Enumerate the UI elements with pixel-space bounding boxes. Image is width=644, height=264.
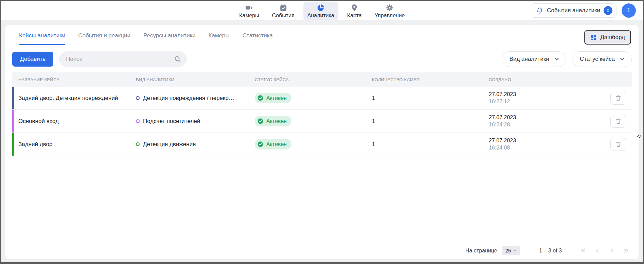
analytics-events-button[interactable]: События аналитики 0 — [531, 3, 616, 18]
camera-icon — [245, 4, 253, 12]
mouse-cursor — [636, 133, 642, 139]
table-row[interactable]: Основной вход Подсчет посетителей Активе… — [12, 110, 632, 133]
status-badge: Активен — [255, 116, 291, 126]
created-cell: 27.07.2023 16:24:08 — [489, 137, 598, 152]
row-actions — [610, 115, 632, 128]
case-status-filter-label: Статус кейса — [580, 56, 615, 63]
user-avatar[interactable]: 1 — [622, 3, 636, 18]
dashboard-grid-icon — [590, 34, 597, 41]
status-cell: Активен — [255, 139, 372, 149]
camera-count: 1 — [372, 95, 489, 102]
table-row[interactable]: Задний двор. Детекция повреждений Детекц… — [12, 87, 632, 110]
prev-page-button[interactable] — [594, 247, 601, 254]
pager-controls — [579, 247, 630, 254]
case-name: Задний двор — [12, 141, 136, 148]
check-circle-icon — [257, 141, 264, 147]
nav-item-cameras[interactable]: Камеры — [235, 2, 263, 20]
search-icon[interactable] — [174, 55, 181, 63]
status-label: Активен — [266, 141, 287, 147]
analytics-type-cell: Детекция движения — [136, 141, 255, 148]
tab-statistics[interactable]: Статистика — [243, 32, 273, 45]
pagination: На странице 25 1 – 3 of 3 — [465, 246, 630, 255]
case-name: Основной вход — [12, 118, 136, 125]
analytics-type-dot-icon — [136, 119, 140, 123]
dashboard-button[interactable]: Дашборд — [584, 30, 631, 45]
case-status-filter[interactable]: Статус кейса — [572, 51, 632, 67]
add-case-button[interactable]: Добавить — [12, 52, 53, 67]
trash-icon — [615, 141, 622, 147]
cases-table: НАЗВАНИЕ КЕЙСА ВИД АНАЛИТИКИ СТАТУС КЕЙС… — [12, 72, 632, 156]
tab-events-reactions[interactable]: События и реакции — [78, 32, 130, 45]
analytics-type-dot-icon — [136, 142, 140, 146]
analytics-type-label: Детекция движения — [143, 141, 196, 148]
table-header: НАЗВАНИЕ КЕЙСА ВИД АНАЛИТИКИ СТАТУС КЕЙС… — [12, 72, 632, 87]
analytics-type-filter-label: Вид аналитики — [509, 56, 549, 63]
created-time: 16:27:12 — [489, 98, 598, 105]
column-header-created: СОЗДАНО — [489, 77, 598, 82]
delete-case-button[interactable] — [610, 138, 626, 151]
tab-cameras[interactable]: Камеры — [209, 32, 230, 45]
toolbar: Добавить Вид аналитики Статус ке — [5, 47, 639, 67]
bell-icon — [536, 7, 543, 14]
double-chevron-right-icon — [623, 247, 629, 254]
analytics-type-filter[interactable]: Вид аналитики — [502, 51, 566, 67]
chevron-right-icon — [608, 247, 615, 254]
pie-chart-icon — [317, 4, 325, 12]
delete-case-button[interactable] — [610, 115, 626, 128]
row-actions — [610, 92, 632, 105]
check-circle-icon — [257, 95, 264, 101]
tab-analytics-cases[interactable]: Кейсы аналитики — [19, 32, 65, 45]
per-page-select[interactable]: 25 — [502, 246, 521, 255]
chevron-down-icon — [513, 248, 517, 253]
search-box — [59, 51, 187, 67]
chevron-left-icon — [594, 247, 601, 254]
created-cell: 27.07.2023 16:24:28 — [489, 114, 598, 128]
nav-item-settings[interactable]: Управление — [371, 2, 409, 20]
app-window: Камеры События Аналитика — [0, 0, 644, 264]
analytics-card: Кейсы аналитики События и реакции Ресурс… — [5, 25, 639, 259]
nav-item-events[interactable]: События — [268, 2, 299, 20]
last-page-button[interactable] — [622, 247, 630, 254]
nav-label: События — [272, 13, 294, 19]
page-background: Кейсы аналитики События и реакции Ресурс… — [1, 20, 643, 262]
next-page-button[interactable] — [608, 247, 615, 254]
camera-count: 1 — [372, 141, 489, 148]
table-row[interactable]: Задний двор Детекция движения Активен — [12, 133, 632, 156]
nav-label: Карта — [347, 13, 362, 19]
analytics-type-cell: Подсчет посетителей — [136, 118, 255, 125]
camera-count: 1 — [372, 118, 489, 125]
search-input[interactable] — [66, 56, 174, 63]
tab-analytics-resources[interactable]: Ресурсы аналитики — [143, 32, 196, 45]
chevron-down-icon — [554, 56, 560, 62]
status-badge: Активен — [255, 93, 291, 103]
analytics-type-cell: Детекция повреждения / перекр… — [136, 95, 255, 102]
status-cell: Активен — [255, 116, 372, 126]
analytics-type-label: Подсчет посетителей — [143, 118, 200, 125]
trash-icon — [615, 95, 622, 101]
nav-label: Аналитика — [307, 13, 334, 19]
status-label: Активен — [266, 95, 287, 101]
nav-item-analytics[interactable]: Аналитика — [303, 2, 338, 20]
column-header-analytics-type: ВИД АНАЛИТИКИ — [136, 77, 255, 82]
gear-icon — [386, 4, 394, 12]
created-cell: 27.07.2023 16:27:12 — [489, 91, 598, 105]
per-page-value: 25 — [505, 248, 511, 253]
column-header-case-name: НАЗВАНИЕ КЕЙСА — [12, 77, 136, 82]
case-color-stripe — [12, 133, 14, 156]
nav-item-map[interactable]: Карта — [343, 2, 366, 20]
created-date: 27.07.2023 — [489, 114, 598, 121]
status-badge: Активен — [255, 139, 291, 149]
dashboard-button-label: Дашборд — [600, 34, 625, 41]
case-color-stripe — [12, 87, 14, 109]
page-range-label: 1 – 3 of 3 — [539, 248, 562, 254]
first-page-button[interactable] — [579, 247, 587, 254]
tabs-row: Кейсы аналитики События и реакции Ресурс… — [5, 25, 639, 47]
case-color-stripe — [12, 110, 14, 133]
main-nav: Камеры События Аналитика — [235, 2, 409, 20]
chevron-down-icon — [619, 56, 625, 62]
trash-icon — [615, 118, 622, 124]
delete-case-button[interactable] — [610, 92, 626, 105]
nav-label: Камеры — [239, 13, 259, 19]
double-chevron-left-icon — [580, 247, 587, 254]
created-date: 27.07.2023 — [489, 91, 598, 98]
